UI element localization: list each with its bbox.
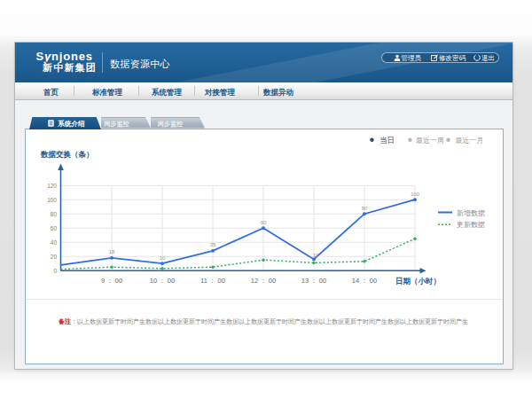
svg-text:日期（小时）: 日期（小时）: [395, 276, 441, 285]
svg-text:新增数据: 新增数据: [457, 208, 485, 216]
svg-text:最近一周: 最近一周: [416, 136, 444, 144]
svg-text:12 ： 00: 12 ： 00: [251, 277, 276, 285]
svg-text:当日: 当日: [379, 135, 395, 144]
svg-text:11 ： 00: 11 ： 00: [200, 277, 225, 285]
svg-text:80: 80: [51, 211, 58, 217]
svg-text:60: 60: [261, 219, 267, 224]
svg-text:14 ： 00: 14 ： 00: [352, 277, 377, 285]
svg-text:10 ： 00: 10 ： 00: [150, 277, 175, 285]
svg-text:更新数据: 更新数据: [457, 221, 485, 229]
svg-text:35: 35: [210, 242, 216, 247]
svg-text:10: 10: [313, 252, 319, 257]
svg-text:100: 100: [411, 191, 420, 196]
svg-text:9 ： 00: 9 ： 00: [101, 277, 122, 285]
svg-text:10: 10: [160, 255, 166, 261]
svg-text:60: 60: [51, 224, 58, 231]
svg-text:数据交换（条）: 数据交换（条）: [40, 149, 94, 158]
svg-text:80: 80: [362, 205, 368, 210]
svg-text:备注：以上数据更新于时间产生数据以上数据更新于时间产生数据以: 备注：以上数据更新于时间产生数据以上数据更新于时间产生数据以上数据更新于时间产生…: [58, 317, 468, 325]
svg-text:0: 0: [53, 267, 57, 273]
svg-text:100: 100: [47, 197, 57, 203]
svg-text:120: 120: [47, 183, 57, 189]
svg-text:18: 18: [109, 249, 115, 254]
svg-text:40: 40: [51, 239, 58, 245]
svg-text:13 ： 00: 13 ： 00: [301, 277, 326, 285]
svg-text:20: 20: [51, 253, 58, 259]
svg-text:最近一月: 最近一月: [456, 136, 484, 144]
